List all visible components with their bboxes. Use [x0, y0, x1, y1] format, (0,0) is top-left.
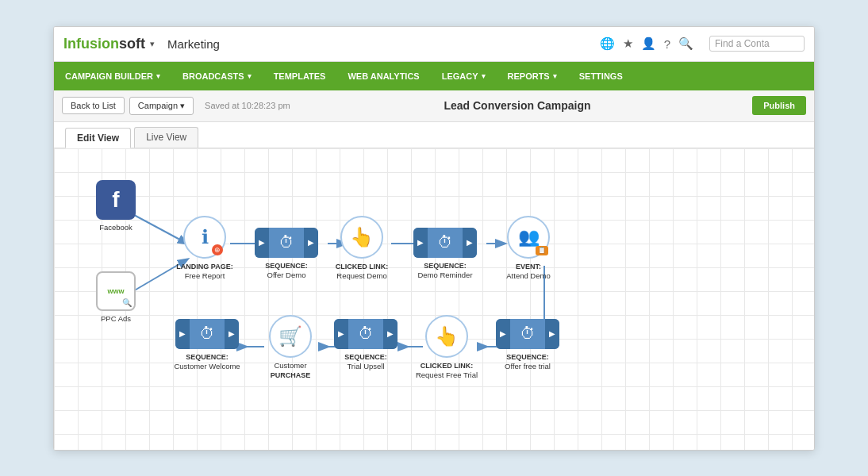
dropdown-arrow: ▾	[482, 72, 486, 80]
seq-icon-5: ▶ ⏱ ▶	[496, 319, 559, 349]
nav-reports[interactable]: Reports ▾	[497, 62, 568, 90]
dropdown-arrow: ▾	[156, 72, 160, 80]
view-tabs: Edit View Live View	[54, 122, 814, 148]
nav-settings[interactable]: Settings	[568, 62, 634, 90]
top-bar: Infusionsoft ▾ Marketing 🌐 ★ 👤 ? 🔍 Find …	[54, 27, 814, 62]
user-icon[interactable]: 👤	[641, 36, 656, 51]
seq-icon-4: ▶ ⏱ ▶	[334, 319, 398, 349]
arrows-overlay	[62, 164, 806, 434]
node-landing-page[interactable]: ℹ ⊕ LANDING PAGE:Free Report	[173, 216, 236, 282]
node-seq-customer-welcome[interactable]: ▶ ⏱ ▶ SEQUENCE:Customer Welcome	[171, 319, 243, 372]
search-placeholder: Find a Conta	[715, 38, 770, 49]
node-seq-offer-demo[interactable]: ▶ ⏱ ▶ SEQUENCE:Offer Demo	[251, 228, 322, 281]
search-icon[interactable]: 🔍	[678, 36, 693, 51]
node-ppc-ads[interactable]: www 🔍 PPC Ads	[84, 271, 148, 324]
nav-broadcasts[interactable]: Broadcasts ▾	[171, 62, 263, 90]
seq-icon-3: ▶ ⏱ ▶	[175, 319, 239, 349]
node-clicked-free-trial[interactable]: 👆 CLICKED LINK:Request Free Trial	[415, 315, 478, 381]
dropdown-arrow: ▾	[248, 72, 252, 80]
nav-legacy[interactable]: Legacy ▾	[431, 62, 497, 90]
clicked-request-demo-label: CLICKED LINK:Request Demo	[336, 262, 389, 282]
search-bar[interactable]: Find a Conta	[709, 36, 805, 52]
event-icon: 👥 📋	[507, 216, 550, 259]
node-seq-offer-free-trial[interactable]: ▶ ⏱ ▶ SEQUENCE:Offer free trial	[492, 319, 563, 372]
landing-icon: ℹ ⊕	[183, 216, 226, 259]
node-seq-trial-upsell[interactable]: ▶ ⏱ ▶ SEQUENCE:Trial Upsell	[330, 319, 401, 372]
event-attend-demo-label: EVENT:Attend Demo	[506, 262, 550, 282]
clicked-icon: 👆	[340, 216, 383, 259]
landing-label: LANDING PAGE:Free Report	[176, 262, 232, 282]
facebook-icon: f	[96, 180, 136, 220]
toolbar: Back to List Campaign ▾ Saved at 10:28:2…	[54, 90, 814, 122]
nav-campaign-builder[interactable]: Campaign Builder ▾	[54, 62, 171, 90]
saved-status: Saved at 10:28:23 pm	[205, 101, 290, 110]
canvas: f Facebook www 🔍 PPC Ads ℹ ⊕ LANDING PAG…	[54, 148, 814, 450]
ppc-label: PPC Ads	[101, 314, 131, 324]
nav-web-analytics[interactable]: Web Analytics	[336, 62, 430, 90]
logo: Infusionsoft	[63, 36, 145, 52]
seq-customer-welcome-label: SEQUENCE:Customer Welcome	[174, 352, 240, 372]
star-icon[interactable]: ★	[623, 36, 633, 51]
node-clicked-request-demo[interactable]: 👆 CLICKED LINK:Request Demo	[330, 216, 394, 282]
node-customer-purchase[interactable]: 🛒 CustomerPURCHASE	[259, 315, 322, 381]
help-icon[interactable]: ?	[664, 37, 670, 51]
publish-button[interactable]: Publish	[752, 96, 806, 115]
tab-edit-view[interactable]: Edit View	[65, 128, 131, 148]
logo-dropdown[interactable]: ▾	[150, 39, 155, 49]
app-title: Marketing	[167, 37, 220, 51]
nav-bar: Campaign Builder ▾ Broadcasts ▾ Template…	[54, 62, 814, 90]
campaign-dropdown-button[interactable]: Campaign ▾	[129, 97, 194, 115]
ppc-icon: www 🔍	[96, 271, 136, 311]
node-seq-demo-reminder[interactable]: ▶ ⏱ ▶ SEQUENCE:Demo Reminder	[409, 228, 481, 281]
globe-icon[interactable]: 🌐	[600, 36, 615, 51]
seq-trial-upsell-label: SEQUENCE:Trial Upsell	[344, 352, 387, 372]
seq-icon: ▶ ⏱ ▶	[255, 228, 318, 258]
tab-live-view[interactable]: Live View	[134, 127, 198, 148]
seq-demo-reminder-label: SEQUENCE:Demo Reminder	[417, 261, 472, 281]
dropdown-arrow: ▾	[553, 72, 557, 80]
seq-offer-demo-label: SEQUENCE:Offer Demo	[265, 261, 308, 281]
purchase-icon: 🛒	[269, 315, 312, 358]
seq-icon-2: ▶ ⏱ ▶	[413, 228, 477, 258]
node-facebook[interactable]: f Facebook	[84, 180, 148, 232]
seq-offer-free-trial-label: SEQUENCE:Offer free trial	[505, 352, 551, 372]
node-event-attend-demo[interactable]: 👥 📋 EVENT:Attend Demo	[497, 216, 560, 282]
campaign-name: Lead Conversion Campaign	[444, 99, 590, 112]
purchase-label: CustomerPURCHASE	[271, 361, 311, 381]
facebook-label: Facebook	[99, 223, 133, 232]
back-to-list-button[interactable]: Back to List	[62, 97, 125, 114]
flow-container: f Facebook www 🔍 PPC Ads ℹ ⊕ LANDING PAG…	[62, 164, 806, 434]
clicked2-icon: 👆	[425, 315, 468, 358]
nav-templates[interactable]: Templates	[263, 62, 337, 90]
clicked-free-trial-label: CLICKED LINK:Request Free Trial	[416, 361, 478, 381]
app-window: Infusionsoft ▾ Marketing 🌐 ★ 👤 ? 🔍 Find …	[53, 26, 815, 451]
top-icons: 🌐 ★ 👤 ? 🔍 Find a Conta	[600, 36, 805, 52]
